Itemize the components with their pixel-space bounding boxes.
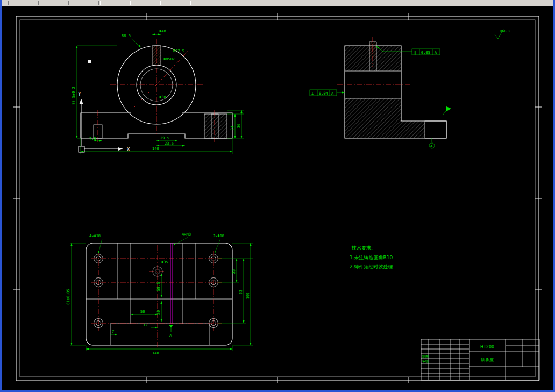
plan-holes: [94, 254, 218, 328]
drawing-viewport[interactable]: R8.5 Φ48 R62.5 Φ85H7 Φ38 88.5±0.2 29.5 2…: [2, 6, 553, 390]
dimension-label: R8.5: [122, 34, 131, 38]
plan-interior-lines: [86, 243, 232, 345]
toolbar-button[interactable]: [10, 1, 39, 5]
toolbar-button[interactable]: [488, 1, 552, 5]
ucs-icon: Y X: [78, 91, 130, 152]
cad-window: R8.5 Φ48 R62.5 Φ85H7 Φ38 88.5±0.2 29.5 2…: [0, 0, 555, 392]
side-keyway-hatch: [369, 42, 376, 58]
dimension-label: 4×Φ18: [89, 234, 101, 238]
plan-aux-lines: [170, 243, 173, 324]
dimension-label: 140: [152, 147, 159, 151]
toolbar-button[interactable]: [100, 1, 129, 5]
plan-datum: A: [169, 325, 173, 338]
roughness-note: Ra6.3: [495, 29, 510, 39]
roughness-value: Ra6.3: [500, 29, 510, 33]
sheet-frame: [13, 13, 542, 383]
dimension-label: Φ85H7: [163, 57, 175, 61]
toolbar-button[interactable]: [130, 1, 159, 5]
tech-req-item: 2.铸件须经时效处理: [350, 264, 393, 269]
title-block-label: 审核: [422, 359, 429, 363]
toolbar: [2, 0, 553, 6]
plan-dimensions: 4×Φ18 Φ35 4×M8 2×Φ18 81±0.05 25 62 100: [66, 232, 253, 355]
toolbar-button[interactable]: [40, 1, 69, 5]
dimension-label: 81±0.05: [66, 289, 70, 305]
toolbar-button[interactable]: [3, 1, 9, 5]
fcf-tolerance: 0.04: [319, 91, 328, 96]
dimension-label: 23.5: [165, 141, 174, 146]
dimension-label: 30: [156, 310, 161, 315]
fcf-left: ⊥ 0.04 A: [310, 90, 345, 96]
fcf-symbol: ⊥: [311, 91, 314, 96]
side-hatch-foot: [401, 121, 425, 138]
side-bore-lines: [345, 71, 401, 98]
toolbar-button[interactable]: [70, 1, 99, 5]
dimension-label: 88.5±0.2: [72, 87, 76, 105]
dimension-label: 7: [112, 330, 114, 334]
side-view: ⊥ 0.04 A ∥ 0.05 A: [310, 37, 451, 148]
fcf-datum: A: [331, 91, 334, 96]
fcf-symbol: ∥: [414, 51, 416, 55]
title-block: HT200 轴承座 制图 审核: [421, 339, 539, 380]
dimension-label: 50: [140, 310, 145, 314]
point-marker: [88, 60, 91, 63]
tech-req-item: 1.未注铸造圆角R10: [350, 255, 393, 260]
fcf-tolerance: 0.05: [421, 51, 430, 55]
tech-req-title: 技术要求:: [351, 245, 373, 251]
dimension-label: 25: [232, 269, 236, 274]
part-name-cell: 轴承座: [481, 358, 494, 362]
toolbar-button[interactable]: [160, 1, 189, 5]
dimension-label: 140: [152, 351, 159, 355]
title-block-label: 制图: [422, 354, 429, 359]
axis-y-label: Y: [78, 91, 81, 97]
side-foot-outline: [425, 121, 446, 138]
fcf-datum: A: [435, 51, 437, 55]
toolbar-spacer: [197, 1, 487, 5]
material-cell: HT200: [480, 345, 494, 350]
front-view: R8.5 Φ48 R62.5 Φ85H7 Φ38 88.5±0.2 29.5 2…: [72, 29, 244, 154]
drawing-canvas[interactable]: R8.5 Φ48 R62.5 Φ85H7 Φ38 88.5±0.2 29.5 2…: [2, 6, 553, 390]
dimension-label: 100: [246, 293, 250, 300]
dimension-label: 2×Φ18: [213, 234, 224, 238]
datum-label: A: [169, 333, 172, 338]
axis-x-label: X: [127, 147, 130, 152]
side-hatch-bottom: [345, 98, 401, 138]
datum-symbol: A: [429, 138, 435, 148]
dimension-label: R62.5: [173, 49, 184, 53]
dimension-label: Φ38: [159, 95, 166, 99]
dimension-label: 4×M8: [182, 232, 191, 237]
dimension-label: 7.5: [89, 137, 96, 141]
dimension-label: 24: [230, 126, 234, 130]
sheet-centering-marks: [13, 13, 542, 383]
dimension-label: 62: [239, 290, 243, 294]
technical-requirements: 技术要求: 1.未注铸造圆角R10 2.铸件须经时效处理: [350, 245, 393, 269]
toolbar-button[interactable]: [190, 1, 196, 5]
plan-outline: [86, 243, 232, 345]
datum-label: A: [430, 144, 433, 148]
dimension-label: Φ35: [161, 260, 168, 265]
dimension-label: Φ48: [159, 29, 166, 33]
front-section-hatch: [204, 114, 227, 138]
dimension-label: 12: [143, 323, 147, 327]
dimension-label: 29.5: [160, 136, 169, 140]
dimension-label: 58.5: [156, 282, 161, 291]
plan-centerlines: [91, 245, 222, 348]
plan-view: 4×Φ18 Φ35 4×M8 2×Φ18 81±0.05 25 62 100: [66, 232, 253, 355]
surface-finish-flag: [443, 106, 451, 115]
dimension-label: 36: [237, 124, 241, 128]
